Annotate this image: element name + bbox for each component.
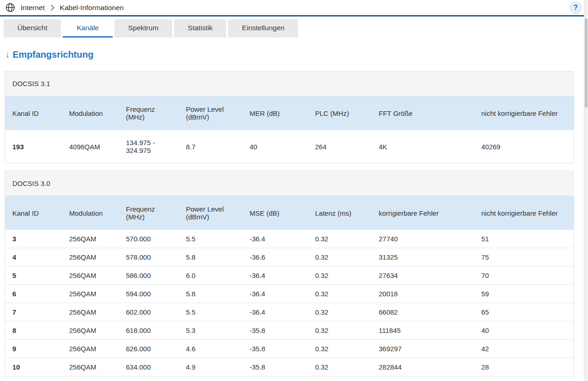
cell: 369297 <box>371 340 474 358</box>
breadcrumb: Internet Kabel-Informationen <box>5 3 124 12</box>
tab-statistik[interactable]: Statistik <box>174 19 226 38</box>
table-row: 1934096QAM134.975 - 324.9758.7402644K402… <box>5 130 574 163</box>
table-row: 5256QAM586.0006.0-36.40.322763470 <box>5 267 574 285</box>
cell: -36.4 <box>242 267 308 285</box>
cell: 618.000 <box>119 321 179 340</box>
cell: 9 <box>5 340 62 358</box>
cell: 65 <box>474 303 574 321</box>
help-button[interactable]: ? <box>570 2 582 14</box>
cell: 0.32 <box>308 267 371 285</box>
breadcrumb-page: Kabel-Informationen <box>60 4 124 12</box>
tab-übersicht[interactable]: Übersicht <box>4 19 61 38</box>
cell: 10 <box>5 358 62 376</box>
cell: 570.000 <box>119 230 179 248</box>
tab-spektrum[interactable]: Spektrum <box>114 19 172 38</box>
cell: 51 <box>474 230 574 248</box>
cell: 4 <box>5 248 62 267</box>
tab-einstellungen[interactable]: Einstellungen <box>228 19 298 38</box>
cell: 7 <box>5 303 62 321</box>
column-header: nicht korrigierbare Fehler <box>474 196 574 230</box>
column-header: MSE (dB) <box>242 196 308 230</box>
cell: 8.7 <box>179 130 242 163</box>
column-header: Kanal ID <box>5 196 62 230</box>
breadcrumb-section[interactable]: Internet <box>21 4 45 12</box>
cell: 31325 <box>371 248 474 267</box>
cell: 40 <box>242 130 308 163</box>
cell: 0.32 <box>308 358 371 376</box>
table-docsis-3-0: DOCSIS 3.0Kanal IDModulationFrequenz (MH… <box>5 171 574 376</box>
topbar: Internet Kabel-Informationen ? <box>0 0 588 16</box>
column-header: Modulation <box>62 96 119 130</box>
cell: 578.000 <box>119 248 179 267</box>
table-docsis-3-1: DOCSIS 3.1Kanal IDModulationFrequenz (MH… <box>5 71 574 163</box>
cell: 5.8 <box>179 285 242 303</box>
cell: 626.000 <box>119 340 179 358</box>
column-header: PLC (MHz) <box>308 96 371 130</box>
cell: 40 <box>474 321 574 340</box>
scrollbar-thumb[interactable] <box>585 18 588 108</box>
cell: 8 <box>5 321 62 340</box>
cell: 6 <box>5 285 62 303</box>
cell: 70 <box>474 267 574 285</box>
cell: 256QAM <box>62 248 119 267</box>
cell: 75 <box>474 248 574 267</box>
column-header: Frequenz (MHz) <box>119 96 179 130</box>
cell: 5.8 <box>179 248 242 267</box>
cell: 256QAM <box>62 340 119 358</box>
table-row: 10256QAM634.0004.9-35.80.3228284428 <box>5 358 574 376</box>
cell: 134.975 - 324.975 <box>119 130 179 163</box>
cell: 59 <box>474 285 574 303</box>
column-header: nicht korrigierbare Fehler <box>474 96 574 130</box>
cell: -36.6 <box>242 248 308 267</box>
tabs: ÜbersichtKanäleSpektrumStatistikEinstell… <box>0 16 588 38</box>
table-row: 6256QAM594.0005.8-36.40.322001859 <box>5 285 574 303</box>
cell: -36.4 <box>242 285 308 303</box>
table-row: 4256QAM578.0005.8-36.60.323132575 <box>5 248 574 267</box>
cell: 111845 <box>371 321 474 340</box>
section-heading-label: Empfangsrichtung <box>13 49 94 60</box>
globe-icon <box>5 3 15 12</box>
cell: 594.000 <box>119 285 179 303</box>
cell: 42 <box>474 340 574 358</box>
table-row: 3256QAM570.0005.5-36.40.322774051 <box>5 230 574 248</box>
cell: 256QAM <box>62 230 119 248</box>
cell: 20018 <box>371 285 474 303</box>
cell: 5.3 <box>179 321 242 340</box>
cell: -35.8 <box>242 321 308 340</box>
tab-kanäle[interactable]: Kanäle <box>63 19 112 38</box>
column-header: Power Level (dBmV) <box>179 196 242 230</box>
table-row: 7256QAM602.0005.5-36.40.326608265 <box>5 303 574 321</box>
column-header: Modulation <box>62 196 119 230</box>
cell: 40269 <box>474 130 574 163</box>
cell: 0.32 <box>308 285 371 303</box>
cell: 4K <box>371 130 474 163</box>
cell: 0.32 <box>308 303 371 321</box>
vertical-scrollbar[interactable] <box>584 0 588 381</box>
cell: 66082 <box>371 303 474 321</box>
cell: 4.9 <box>179 358 242 376</box>
chevron-right-icon <box>50 5 54 11</box>
cell: 586.000 <box>119 267 179 285</box>
cell: 5.5 <box>179 230 242 248</box>
header-row: Kanal IDModulationFrequenz (MHz)Power Le… <box>5 196 574 230</box>
column-header: Power Level (dBmV) <box>179 96 242 130</box>
column-header: korrigierbare Fehler <box>371 196 474 230</box>
column-header: Frequenz (MHz) <box>119 196 179 230</box>
cell: 0.32 <box>308 340 371 358</box>
cell: 4.6 <box>179 340 242 358</box>
cell: 193 <box>5 130 62 163</box>
table-row: 9256QAM626.0004.6-35.80.3236929742 <box>5 340 574 358</box>
cell: 27740 <box>371 230 474 248</box>
column-header: Latenz (ms) <box>308 196 371 230</box>
cell: 0.32 <box>308 321 371 340</box>
cell: 28 <box>474 358 574 376</box>
table-row: 8256QAM618.0005.3-35.80.3211184540 <box>5 321 574 340</box>
column-header: FFT Größe <box>371 96 474 130</box>
help-icon: ? <box>573 4 578 12</box>
section-heading: ↓ Empfangsrichtung <box>5 49 574 60</box>
column-header: Kanal ID <box>5 96 62 130</box>
cell: 264 <box>308 130 371 163</box>
column-header: MER (dB) <box>242 96 308 130</box>
cell: 256QAM <box>62 285 119 303</box>
cell: -36.4 <box>242 230 308 248</box>
